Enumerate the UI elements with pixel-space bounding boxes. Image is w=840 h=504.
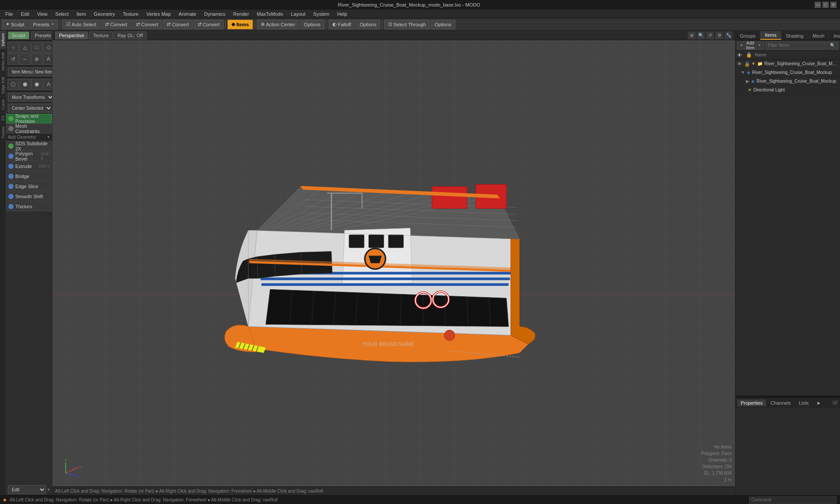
smooth-shift-button[interactable]: Smooth Shift	[6, 192, 52, 201]
tool-icon-8[interactable]: A	[43, 53, 52, 65]
vtab-vertex[interactable]: Vertex Edit	[0, 49, 6, 74]
vp-tab-texture[interactable]: Texture	[89, 32, 112, 39]
menu-animate[interactable]: Animate	[175, 10, 200, 18]
tool-icon-1[interactable]: ○	[7, 42, 19, 53]
items-button[interactable]: ◈ Items	[228, 20, 253, 29]
vtab-fusion[interactable]: Fusion	[0, 124, 6, 141]
rbtab-more[interactable]: ►	[813, 399, 825, 406]
select-through-button[interactable]: ⊡ Select Through	[384, 20, 430, 29]
tool-icon-12[interactable]: A	[43, 79, 52, 90]
filter-items-input[interactable]	[766, 42, 826, 49]
tool-icon-6[interactable]: ↔	[19, 53, 31, 65]
vtab-curve[interactable]: Curve	[0, 97, 6, 113]
minimize-button[interactable]: —	[815, 2, 821, 8]
snaps-precision-button[interactable]: Snaps and Precision	[6, 114, 52, 123]
add-geometry-header[interactable]: Add Geometry ▼	[6, 134, 52, 140]
convert2-button[interactable]: ⇄ Convert	[132, 20, 162, 29]
maximize-button[interactable]: □	[822, 2, 829, 8]
rbtab-properties[interactable]: Properties	[737, 399, 766, 406]
extrude-button[interactable]: Extrude Shift-X	[6, 161, 52, 171]
options3-button[interactable]: Options	[431, 20, 455, 29]
vp-wrench-icon[interactable]: 🔧	[724, 32, 732, 39]
menu-render[interactable]: Render	[230, 10, 252, 18]
item-row-expand[interactable]: ▼ ◈ River_Sightseeing_Cruise_Boat_Mockup	[735, 68, 840, 77]
vp-zoom-icon[interactable]: 🔍	[697, 32, 705, 39]
close-button[interactable]: ✕	[830, 2, 836, 8]
mesh-constraints-button[interactable]: Mesh Constraints	[6, 124, 52, 133]
tool-icon-5[interactable]: ↺	[7, 53, 19, 65]
sculpt-mode-button[interactable]: Sculpt	[8, 32, 29, 39]
filter-search-icon[interactable]: 🔍	[827, 42, 838, 49]
viewport[interactable]: YOUR BRAND NAME	[52, 40, 735, 486]
command-input[interactable]	[749, 497, 836, 504]
presets-button[interactable]: Presets ▼	[29, 20, 58, 29]
options1-button[interactable]: Options	[300, 20, 325, 29]
menu-select[interactable]: Select	[52, 10, 72, 18]
add-item-button[interactable]: + Add Item ▼	[737, 42, 764, 49]
menu-item[interactable]: Item	[73, 10, 89, 18]
mesh-icon-2: ◈	[751, 79, 755, 84]
convert4-button[interactable]: ⇄ Convert	[194, 20, 224, 29]
sds-subdivide-button[interactable]: SDS Subdivide 2X	[6, 141, 52, 151]
item-vis-eye-1[interactable]: 👁	[737, 61, 742, 66]
item-row-mesh[interactable]: ▶ ◈ River_Sightseeing_Cruise_Boat_Mockup	[735, 77, 840, 86]
vtab-fx[interactable]: FX	[0, 113, 6, 124]
rtab-items[interactable]: Items	[760, 31, 781, 40]
rbtab-channels[interactable]: Channels	[767, 399, 794, 406]
tool-icon-11[interactable]: ⬟	[31, 79, 42, 90]
rtab-images[interactable]: Images	[829, 32, 840, 40]
sculpt-presets-row: Sculpt Presets »	[6, 31, 52, 40]
vp-rotate-icon[interactable]: ↺	[706, 32, 714, 39]
menu-dynamics[interactable]: Dynamics	[201, 10, 229, 18]
presets-mode-button[interactable]: Presets	[31, 32, 52, 39]
falloff-button[interactable]: ◐ Falloff	[329, 20, 355, 29]
menu-maxtomodo[interactable]: MaxToModo	[253, 10, 287, 18]
tool-icon-9[interactable]: ⬡	[7, 79, 19, 90]
convert1-button[interactable]: ⇄ Convert	[101, 20, 131, 29]
expand-panel-btn[interactable]: ⤢	[832, 400, 838, 405]
menu-vertex-map[interactable]: Vertex Map	[143, 10, 175, 18]
options2-button[interactable]: Options	[356, 20, 380, 29]
item-render-1[interactable]: 🔒	[744, 61, 749, 66]
center-selected-dropdown[interactable]: Center Selected	[8, 104, 52, 112]
tool-icon-7[interactable]: ⊕	[31, 53, 42, 65]
vp-tab-perspective[interactable]: Perspective	[55, 32, 88, 39]
convert3-button[interactable]: ⇄ Convert	[163, 20, 193, 29]
rtab-shading[interactable]: Shading	[781, 32, 808, 40]
menu-help[interactable]: Help	[334, 10, 351, 18]
left-panel: Deform Vertex Edit Edge Edit Curve FX Fu…	[0, 31, 52, 495]
viewport-header: Perspective Texture Ray GL: Off ⊞ 🔍 ↺ ⚙ …	[52, 31, 735, 40]
vp-tab-raygl[interactable]: Ray GL: Off	[114, 32, 147, 39]
tool-icon-4[interactable]: ◇	[43, 42, 52, 53]
item-row-light[interactable]: ☀ Directional Light	[735, 86, 840, 94]
vp-settings-icon[interactable]: ⚙	[715, 32, 723, 39]
menu-layout[interactable]: Layout	[287, 10, 309, 18]
more-transforms-dropdown[interactable]: More Transforms	[8, 93, 52, 102]
polygon-bevel-button[interactable]: Polygon Bevel Shift-B	[6, 151, 52, 161]
auto-select-button[interactable]: ☑ Auto Select	[62, 20, 100, 29]
vtab-edge[interactable]: Edge Edit	[0, 74, 6, 97]
edit-dropdown[interactable]: Edit	[8, 485, 46, 494]
menu-view[interactable]: View	[34, 10, 51, 18]
rbtab-lists[interactable]: Lists	[795, 399, 812, 406]
edge-slice-button[interactable]: Edge Slice	[6, 182, 52, 191]
action-center-button[interactable]: ⊕ Action Center	[257, 20, 299, 29]
item-menu-dropdown[interactable]: Item Menu: New Item	[8, 67, 52, 76]
menu-texture[interactable]: Texture	[119, 10, 142, 18]
vp-grid-icon[interactable]: ⊞	[688, 32, 696, 39]
menu-system[interactable]: System	[310, 10, 333, 18]
thicken-button[interactable]: Thicken	[6, 202, 52, 211]
edit-arrow: ▼	[47, 488, 50, 492]
item-row-root[interactable]: 👁 🔒 ▼ 📁 River_Sightseeing_Cruise_Boat_Mo…	[735, 60, 840, 68]
rtab-groups[interactable]: Groups	[735, 32, 760, 40]
sculpt-button[interactable]: ✦ Sculpt	[2, 20, 28, 29]
tool-icon-2[interactable]: △	[19, 42, 31, 53]
menu-file[interactable]: File	[2, 10, 17, 18]
bridge-button[interactable]: Bridge	[6, 172, 52, 181]
vtab-deform[interactable]: Deform	[0, 31, 6, 49]
tool-icon-10[interactable]: ⬢	[19, 79, 31, 90]
menu-edit[interactable]: Edit	[18, 10, 33, 18]
menu-geometry[interactable]: Geometry	[90, 10, 118, 18]
rtab-mesh[interactable]: Mesh	[808, 32, 829, 40]
tool-icon-3[interactable]: □	[31, 42, 42, 53]
